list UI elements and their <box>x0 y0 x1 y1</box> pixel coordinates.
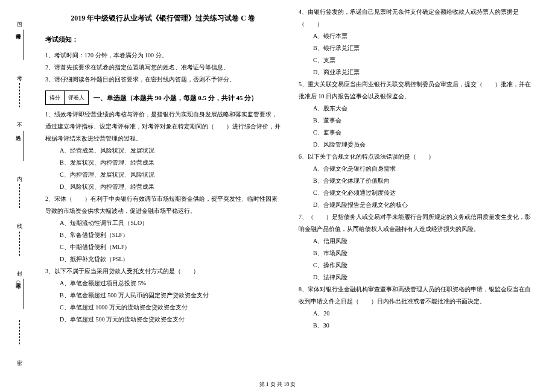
q7-option-a: A、信用风险 <box>299 235 534 247</box>
right-column: 4、由银行签发的，承诺自己见票时无条件支付确定金额给收款人或持票人的票据是（ ）… <box>290 6 543 368</box>
question-2: 2、宋体（ ）有利于中央银行有效调节市场短期资金供给，熨平突发性、临时性因素导致… <box>45 193 281 217</box>
q7-option-d: D、法律风险 <box>299 271 534 283</box>
q4-option-d: D、商业承兑汇票 <box>299 66 534 78</box>
notice-item: 2、请首先按要求在试卷的指定位置填写您的姓名、准考证号等信息。 <box>45 62 281 74</box>
page-footer: 第 1 页 共 18 页 <box>0 381 555 388</box>
q6-option-b: B、合规文化体现了价值取向 <box>299 175 534 187</box>
q2-option-b: B、常备借贷便利（SLF） <box>45 229 281 241</box>
q5-option-a: A、股东大会 <box>299 103 534 115</box>
q2-option-d: D、抵押补充贷款（PSL） <box>45 253 281 265</box>
notice-item: 3、请仔细阅读各种题目的回答要求，在密封线内答题，否则不予评分。 <box>45 74 281 86</box>
q3-option-d: D、单笔超过 500 万元的流动资金贷款资金支付 <box>45 314 281 326</box>
notice-item: 1、考试时间：120 分钟，本卷满分为 100 分。 <box>45 49 281 62</box>
binding-dash <box>19 184 20 208</box>
q2-option-a: A、短期流动性调节工具（SLO） <box>45 217 281 229</box>
q1-option-c: C、内控管理、发展状况、风险状况 <box>45 169 281 181</box>
question-7: 7、（ ）是指债务人或交易对手未能履行合同所规定的义务或信用质量发生变化，影响金… <box>299 211 534 235</box>
q8-option-b: B、30 <box>299 320 534 332</box>
question-3: 3、以下不属于应当采用贷款人受托支付方式的是（ ） <box>45 265 281 277</box>
q4-option-b: B、银行承兑汇票 <box>299 42 534 54</box>
q3-option-c: C、单笔超过 1000 万元的流动资金贷款资金支付 <box>45 302 281 314</box>
q4-option-a: A、银行本票 <box>299 30 534 42</box>
question-1: 1、绩效考评即经营业绩的考核与评价，是指银行为实现自身发展战略和落实监管要求，通… <box>45 109 281 145</box>
exam-title: 2019 年中级银行从业考试《银行管理》过关练习试卷 C 卷 <box>45 11 281 25</box>
binding-char: 国 <box>16 17 24 19</box>
question-5: 5、重大关联交易应当由商业银行关联交易控制委员会审查后，提交（ ）批准，并在批准… <box>299 78 534 103</box>
score-box: 得分 评卷人 <box>45 90 89 105</box>
q1-option-a: A、经营成果、风险状况、发展状况 <box>45 145 281 157</box>
binding-field-exam-id: 准考证号 <box>14 30 24 60</box>
page-content: 2019 年中级银行从业考试《银行管理》过关练习试卷 C 卷 考试须知： 1、考… <box>0 0 555 374</box>
binding-dash <box>19 320 20 344</box>
q6-option-c: C、合规文化必须通过制度传达 <box>299 187 534 199</box>
question-4: 4、由银行签发的，承诺自己见票时无条件支付确定金额给收款人或持票人的票据是（ ） <box>299 6 534 30</box>
q6-option-a: A、合规文化是银行的自身需求 <box>299 163 534 175</box>
binding-char: 线 <box>16 219 24 220</box>
binding-char: 内 <box>16 172 24 173</box>
binding-strip: 国 准考证号 考 不 姓名 内 线 封 省（市区） 密 <box>5 0 34 374</box>
q7-option-c: C、操作风险 <box>299 259 534 271</box>
binding-char: 封 <box>16 267 24 268</box>
q5-option-c: C、监事会 <box>299 127 534 139</box>
q5-option-b: B、董事会 <box>299 115 534 127</box>
marker-label: 评卷人 <box>65 91 88 104</box>
binding-dash <box>19 83 20 107</box>
score-label: 得分 <box>46 91 65 104</box>
q4-option-c: C、支票 <box>299 54 534 66</box>
q5-option-d: D、风险管理委员会 <box>299 139 534 151</box>
binding-field-name: 姓名 <box>14 131 24 161</box>
binding-char: 考 <box>16 71 24 72</box>
binding-dash <box>19 232 20 256</box>
binding-char: 密 <box>16 355 24 356</box>
q6-option-d: D、合规风险报告是合规文化的核心 <box>299 199 534 211</box>
q8-option-a: A、20 <box>299 308 534 320</box>
q3-option-a: A、单笔金额超过项目总投资 5% <box>45 277 281 289</box>
q3-option-b: B、单笔金额超过 500 万人民币的固定资产贷款资金支付 <box>45 289 281 302</box>
notice-header: 考试须知： <box>45 33 281 46</box>
q2-option-c: C、中期借贷便利（MLF） <box>45 241 281 253</box>
question-8: 8、宋体对银行业金融机构审查董事和高级管理人员的任职资格的申请，银监会应当在自收… <box>299 283 534 308</box>
binding-char: 不 <box>16 118 24 119</box>
section-title: 一、单选题（本题共 90 小题，每题 0.5 分，共计 45 分） <box>94 91 258 104</box>
question-6: 6、以下关于合规文化的特点说法错误的是（ ） <box>299 151 534 163</box>
q1-option-d: D、风险状况、内控管理、经营成果 <box>45 181 281 193</box>
q7-option-b: B、市场风险 <box>299 247 534 259</box>
binding-field-province: 省（市区） <box>14 279 24 309</box>
left-column: 2019 年中级银行从业考试《银行管理》过关练习试卷 C 卷 考试须知： 1、考… <box>36 6 290 368</box>
q1-option-b: B、发展状况、内控管理、经营成果 <box>45 157 281 169</box>
section-header: 得分 评卷人 一、单选题（本题共 90 小题，每题 0.5 分，共计 45 分） <box>45 90 281 105</box>
